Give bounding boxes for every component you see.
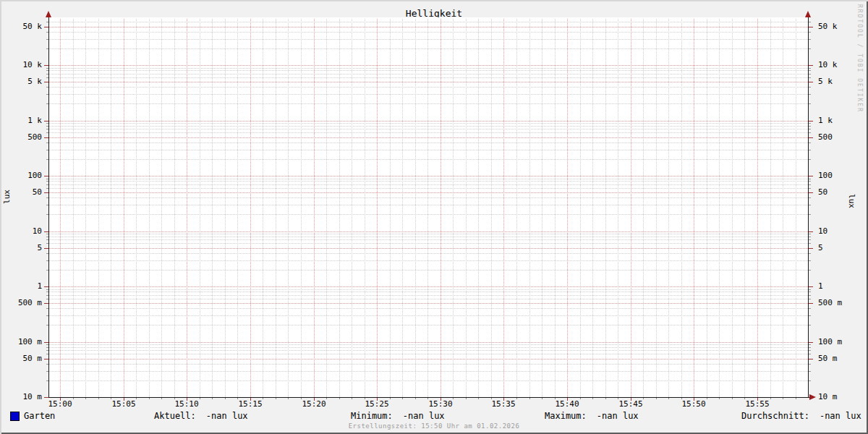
x-axis-minor-tick <box>783 398 783 399</box>
y-axis-tick-label-right: 10 m <box>818 392 856 401</box>
creation-time: Erstellungszeit: 15:50 Uhr am 01.02.2026 <box>0 422 868 430</box>
y-axis-major-tick-right <box>809 342 813 343</box>
x-axis-minor-tick <box>85 398 86 399</box>
grid-line-minor-v <box>719 19 720 397</box>
y-axis-minor-tick-right <box>809 188 811 189</box>
x-axis-minor-tick <box>732 398 733 399</box>
x-axis-tick-label: 15:35 <box>488 399 519 409</box>
y-axis-tick-label-left: 10 k <box>7 60 42 69</box>
y-axis-minor-tick-right <box>809 234 811 234</box>
y-axis-tick-label-left: 1 <box>7 281 42 291</box>
grid-line-minor-v <box>415 19 416 397</box>
x-axis-tick-label: 15:50 <box>678 399 710 409</box>
y-axis-major-tick-right <box>809 303 813 304</box>
grid-line-major-v <box>757 19 758 397</box>
x-axis-tick-label: 15:30 <box>425 399 456 409</box>
y-axis-tick-label-left: 100 <box>7 171 42 180</box>
y-axis-major-tick-right <box>809 248 813 249</box>
grid-line-minor-v <box>542 19 542 397</box>
grid-line-minor-v <box>744 19 745 397</box>
grid-line-minor-v <box>605 19 606 397</box>
grid-line-major-v <box>377 19 378 397</box>
y-axis-minor-tick-right <box>809 364 811 365</box>
y-axis-tick-label-left: 5 <box>7 243 42 252</box>
y-axis-minor-tick-right <box>809 299 811 299</box>
grid-line-minor-v <box>73 19 74 397</box>
y-axis-minor-tick-right <box>809 214 811 215</box>
y-axis-tick-label-left: 50 <box>7 187 42 197</box>
x-axis-minor-tick <box>668 398 669 399</box>
y-axis-minor-tick-right <box>809 237 811 237</box>
y-axis-major-tick-right <box>809 359 813 359</box>
y-axis-minor-tick-right <box>809 315 811 316</box>
y-axis-line-left <box>48 17 49 398</box>
grid-line-minor-v <box>136 19 137 397</box>
grid-line-minor-v <box>402 19 403 397</box>
x-axis-minor-tick <box>415 398 416 399</box>
grid-line-minor-v <box>149 19 150 397</box>
y-axis-minor-tick-right <box>809 260 811 261</box>
grid-line-minor-v <box>85 19 86 397</box>
x-axis-minor-tick <box>542 398 542 399</box>
y-axis-minor-tick-right <box>809 87 811 88</box>
grid-line-major-v <box>60 19 61 397</box>
grid-line-minor-v <box>427 19 428 397</box>
y-axis-major-tick-right <box>809 192 813 193</box>
grid-line-minor-v <box>161 19 162 397</box>
y-axis-major-tick-right <box>809 176 813 176</box>
grid-line-minor-v <box>453 19 454 397</box>
grid-line-minor-v <box>352 19 352 397</box>
y-axis-tick-label-right: 1 <box>818 281 856 291</box>
y-axis-tick-label-left: 50 m <box>7 354 42 363</box>
y-axis-minor-tick-right <box>809 94 811 95</box>
x-axis-minor-tick <box>339 398 340 399</box>
x-axis-minor-tick <box>592 398 593 399</box>
grid-line-minor-v <box>263 19 263 397</box>
x-axis-line <box>48 397 810 398</box>
y-axis-major-tick-right <box>809 286 813 287</box>
x-axis-tick-label: 15:55 <box>741 399 773 409</box>
y-axis-minor-tick-right <box>809 350 811 351</box>
plot-area: 10 m10 m50 m50 m100 m100 m500 m500 m1155… <box>0 0 868 434</box>
y-axis-major-tick-right <box>809 231 813 232</box>
grid-line-minor-v <box>656 19 657 397</box>
y-axis-minor-tick-right <box>809 126 811 127</box>
y-axis-minor-tick-right <box>809 184 811 185</box>
y-axis-tick-label-right: 1 k <box>818 116 856 125</box>
y-axis-tick-label-left: 10 <box>7 226 42 236</box>
y-axis-minor-tick-right <box>809 132 811 133</box>
grid-line-minor-v <box>580 19 581 397</box>
x-axis-tick-label: 15:25 <box>361 399 393 409</box>
grid-line-minor-v <box>491 19 492 397</box>
grid-line-minor-v <box>529 19 530 397</box>
x-axis-tick-label: 15:20 <box>298 399 330 409</box>
y-axis-minor-tick-right <box>809 74 811 75</box>
y-axis-minor-tick-right <box>809 159 811 160</box>
y-axis-minor-tick-right <box>809 48 811 49</box>
y-axis-tick-label-right: 50 <box>818 187 856 197</box>
y-axis-major-tick-right <box>809 65 813 66</box>
y-axis-minor-tick-right <box>809 142 811 143</box>
y-axis-minor-tick-right <box>809 22 811 22</box>
grid-line-minor-v <box>770 19 771 397</box>
y-axis-minor-tick-right <box>809 39 811 40</box>
x-axis-minor-tick <box>656 398 657 399</box>
x-axis-minor-tick <box>225 398 226 399</box>
grid-line-major-v <box>567 19 568 397</box>
rrdtool-graph: Helligkeit RRDTOOL / TOBI OETIKER lux lu… <box>0 0 868 434</box>
grid-line-minor-v <box>796 19 796 397</box>
y-axis-minor-tick-right <box>809 150 811 150</box>
x-axis-tick-label: 15:10 <box>171 399 203 409</box>
x-axis-minor-tick <box>149 398 150 399</box>
y-axis-minor-tick-right <box>809 354 811 354</box>
y-axis-major-tick-right <box>809 27 813 27</box>
y-axis-minor-tick-right <box>809 123 811 124</box>
y-axis-minor-tick-right <box>809 380 811 381</box>
grid-line-minor-v <box>111 19 111 397</box>
y-axis-minor-tick-right <box>809 289 811 290</box>
y-axis-minor-tick-right <box>809 77 811 78</box>
y-axis-minor-tick-right <box>809 197 811 198</box>
y-axis-tick-label-left: 100 m <box>7 337 42 346</box>
grid-line-minor-v <box>592 19 593 397</box>
x-axis-minor-tick <box>605 398 606 399</box>
